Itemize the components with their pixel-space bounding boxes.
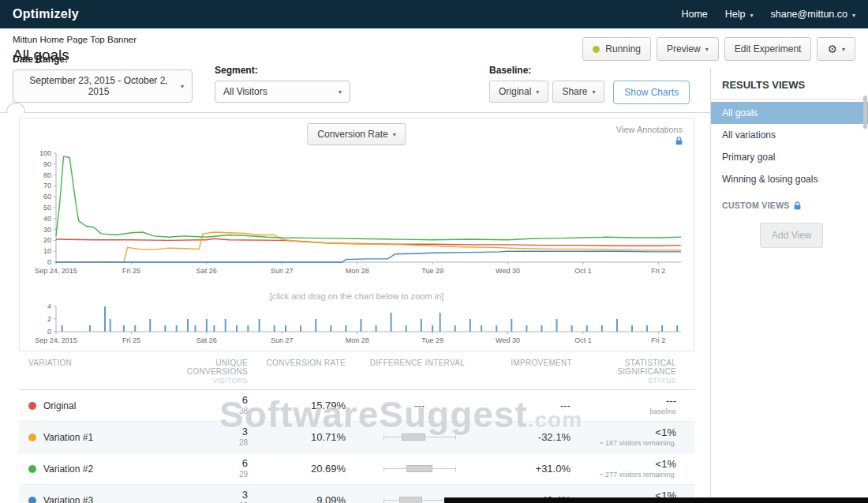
svg-text:Oct 1: Oct 1 <box>574 267 592 275</box>
zoom-hint: [click and drag on the chart below to zo… <box>20 291 694 301</box>
account-email: shane@mittun.co <box>771 9 847 20</box>
conversion-rate-value: 15.79% <box>248 400 358 411</box>
running-label: Running <box>605 43 641 54</box>
variation-name: Variation #1 <box>43 432 93 443</box>
svg-text:Fri 25: Fri 25 <box>122 336 140 344</box>
results-table: VARIATION UNIQUE CONVERSIONSVISITORS CON… <box>19 355 694 503</box>
results-views-sidebar: RESULTS VIEWS All goals All variations P… <box>710 68 868 503</box>
difference-placeholder: --- <box>414 400 425 411</box>
visitors-value: 29 <box>169 470 248 479</box>
baseline-value: Original <box>499 86 531 97</box>
bottom-bar <box>444 497 868 503</box>
date-range-value: September 23, 2015 - October 2, 2015 <box>21 75 176 97</box>
caret-down-icon: ▾ <box>705 46 709 53</box>
show-charts-button[interactable]: Show Charts <box>613 81 690 104</box>
svg-text:Mon 28: Mon 28 <box>346 336 369 344</box>
conversion-rate-chart[interactable]: 0102030405060708090100Sep 24, 2015Fri 25… <box>20 147 692 287</box>
variation-color-dot <box>28 434 36 441</box>
add-view-button[interactable]: Add View <box>760 223 823 248</box>
svg-text:Tue 29: Tue 29 <box>421 267 443 275</box>
sidebar-item-winning-losing-goals[interactable]: Winning & losing goals <box>711 168 868 190</box>
unique-conversions-value: 6 <box>169 395 248 407</box>
lock-icon <box>794 201 801 210</box>
status-dot-icon <box>593 46 600 53</box>
header-significance: STATISTICAL SIGNIFICANCESTATUS <box>583 358 686 385</box>
edit-experiment-label: Edit Experiment <box>735 43 802 54</box>
scrollbar[interactable] <box>863 96 867 129</box>
segment-dropdown[interactable]: All Visitors▾ <box>215 81 350 103</box>
caret-down-icon: ▾ <box>181 83 184 90</box>
segment-label: Segment: <box>215 65 350 76</box>
filter-bar: Date Range: September 23, 2015 - October… <box>0 68 710 113</box>
collapse-handle[interactable] <box>6 103 25 113</box>
improvement-value: --- <box>481 400 583 411</box>
unique-conversions-value: 3 <box>169 426 248 438</box>
custom-views-section: CUSTOM VIEWS <box>711 201 868 210</box>
svg-text:70: 70 <box>43 182 51 190</box>
timeline-overview-chart[interactable]: 024Sep 24, 2015Fri 25Sat 26Sun 27Mon 28T… <box>20 302 692 346</box>
variation-color-dot <box>28 497 36 503</box>
variation-color-dot <box>28 465 36 473</box>
sidebar-item-all-goals[interactable]: All goals <box>711 102 868 124</box>
experiment-name: Mittun Home Page Top Banner <box>13 35 137 44</box>
variation-name: Variation #2 <box>43 464 93 475</box>
header-conversions: UNIQUE CONVERSIONSVISITORS <box>169 358 248 385</box>
conversion-rate-value: 20.69% <box>248 463 358 475</box>
nav-home[interactable]: Home <box>681 9 707 20</box>
visitors-value: 38 <box>169 407 248 416</box>
variation-name: Original <box>43 400 76 411</box>
unique-conversions-value: 6 <box>169 458 248 470</box>
sidebar-item-all-variations[interactable]: All variations <box>711 124 868 146</box>
preview-label: Preview <box>667 43 701 54</box>
caret-down-icon: ▾ <box>750 12 754 19</box>
svg-text:40: 40 <box>43 215 51 223</box>
svg-text:80: 80 <box>43 171 51 179</box>
share-button[interactable]: Share▾ <box>552 81 604 103</box>
conversion-rate-value: 9.09% <box>248 494 358 503</box>
svg-text:20: 20 <box>43 236 51 244</box>
share-label: Share <box>562 86 587 97</box>
svg-text:Fri 2: Fri 2 <box>651 336 665 344</box>
baseline-dropdown[interactable]: Original▾ <box>489 81 548 103</box>
significance-note: ~ 187 visitors remaining. <box>583 439 676 448</box>
svg-text:0: 0 <box>47 328 51 336</box>
variation-name: Variation #3 <box>43 495 93 503</box>
svg-text:90: 90 <box>43 160 51 168</box>
svg-text:Sun 27: Sun 27 <box>271 336 294 344</box>
unique-conversions-value: 3 <box>169 490 248 501</box>
improvement-value: -32.1% <box>481 431 583 443</box>
edit-experiment-button[interactable]: Edit Experiment <box>724 37 812 61</box>
nav-help[interactable]: Help▾ <box>725 9 754 20</box>
difference-interval-graphic <box>383 432 456 442</box>
significance-value: <1% <box>583 458 676 471</box>
settings-button[interactable]: ⚙▾ <box>817 37 855 61</box>
svg-text:Wed 30: Wed 30 <box>496 336 520 344</box>
svg-text:60: 60 <box>43 193 51 201</box>
metric-label: Conversion Rate <box>317 129 387 140</box>
date-range-dropdown[interactable]: September 23, 2015 - October 2, 2015▾ <box>13 69 193 103</box>
gear-icon: ⚙ <box>827 43 837 54</box>
svg-text:Sat 26: Sat 26 <box>196 267 217 275</box>
view-annotations-link[interactable]: View Annotations <box>616 125 683 134</box>
metric-dropdown[interactable]: Conversion Rate▾ <box>307 123 406 145</box>
caret-down-icon: ▾ <box>592 88 595 96</box>
nav-account[interactable]: shane@mittun.co▾ <box>771 9 855 20</box>
table-row: Variation #1 328 10.71% -32.1% <1%~ 187 … <box>19 422 694 453</box>
baseline-label: Baseline: <box>489 65 604 76</box>
svg-text:Sep 24, 2015: Sep 24, 2015 <box>35 336 77 344</box>
table-header: VARIATION UNIQUE CONVERSIONSVISITORS CON… <box>19 355 694 390</box>
svg-text:Fri 2: Fri 2 <box>651 267 665 275</box>
svg-text:50: 50 <box>43 204 51 212</box>
preview-button[interactable]: Preview▾ <box>657 37 719 61</box>
running-status-button[interactable]: Running <box>582 37 651 61</box>
sidebar-item-primary-goal[interactable]: Primary goal <box>711 146 868 168</box>
svg-text:4: 4 <box>47 302 51 310</box>
visitors-value: 28 <box>169 438 248 448</box>
significance-value: <1% <box>583 426 676 439</box>
header-improvement: IMPROVEMENT <box>481 358 583 367</box>
conversion-rate-value: 10.71% <box>248 431 358 443</box>
date-range-label: Date Range: <box>13 54 193 65</box>
custom-views-label: CUSTOM VIEWS <box>722 201 790 210</box>
header-variation: VARIATION <box>19 358 169 367</box>
table-row: Variation #2 629 20.69% +31.0% <1%~ 277 … <box>19 453 694 485</box>
